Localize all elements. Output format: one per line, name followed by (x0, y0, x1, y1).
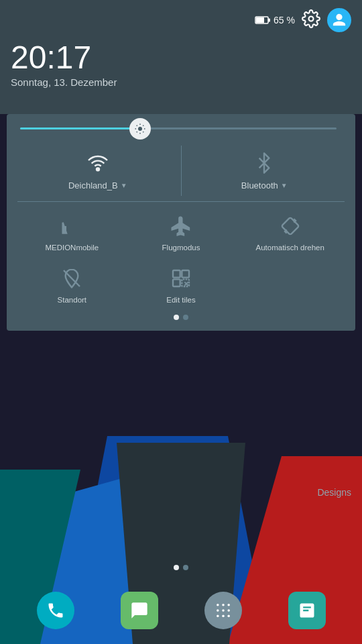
settings-icon[interactable] (302, 9, 320, 31)
empty-tile (235, 262, 345, 309)
svg-point-4 (138, 127, 142, 131)
rotate-icon (280, 215, 301, 239)
svg-rect-10 (182, 270, 189, 278)
horizontal-divider-1 (17, 201, 345, 202)
time-display: 20:17 (11, 42, 351, 74)
user-avatar[interactable] (327, 8, 351, 32)
svg-point-14 (222, 604, 225, 606)
svg-rect-11 (173, 279, 180, 286)
dock (0, 577, 362, 644)
flugmodus-tile[interactable]: Flugmodus (127, 210, 236, 257)
quick-settings-panel: Deichland_B ▼ Bluetooth ▼ (7, 114, 355, 331)
standort-tile[interactable]: Standort (17, 262, 127, 309)
wifi-chevron: ▼ (121, 182, 127, 189)
signal-icon (61, 215, 82, 239)
dock-messages[interactable] (121, 592, 158, 629)
bluetooth-label: Bluetooth (241, 180, 278, 191)
page-dots (17, 315, 345, 320)
small-tiles-row-1: MEDIONmobile Flugmodus Automatisch drehe… (17, 210, 345, 257)
brightness-control[interactable] (17, 127, 345, 129)
home-indicator (174, 565, 188, 570)
svg-point-21 (227, 614, 230, 617)
autodrehung-tile[interactable]: Automatisch drehen (235, 210, 345, 257)
dock-phone[interactable] (37, 592, 74, 629)
svg-rect-2 (256, 17, 264, 23)
edit-tiles-icon (170, 268, 192, 292)
location-off-icon (61, 268, 82, 292)
dot-1 (174, 315, 179, 320)
svg-point-19 (217, 614, 219, 617)
svg-rect-9 (173, 270, 180, 278)
tile-divider-v (181, 146, 182, 196)
top-tiles-row: Deichland_B ▼ Bluetooth ▼ (17, 146, 345, 196)
bluetooth-tile[interactable]: Bluetooth ▼ (184, 146, 345, 196)
dock-notes[interactable] (288, 592, 326, 629)
date-display: Sonntag, 13. Dezember (11, 76, 351, 88)
medionmobile-tile[interactable]: MEDIONmobile (17, 210, 127, 257)
home-dot-1 (174, 565, 179, 570)
bluetooth-icon (253, 152, 275, 176)
standort-label: Standort (58, 296, 86, 305)
battery-percent: 65 % (274, 15, 295, 25)
wifi-tile[interactable]: Deichland_B ▼ (17, 146, 178, 196)
bluetooth-chevron: ▼ (281, 182, 288, 189)
svg-point-16 (217, 609, 219, 612)
flugmodus-label: Flugmodus (162, 244, 200, 253)
dot-2 (183, 315, 188, 320)
small-tiles-row-2: Standort Edit tiles (17, 262, 345, 309)
status-bar: 65 % 20:17 Sonntag, 13. Dezember (0, 0, 362, 114)
brightness-track[interactable] (20, 127, 337, 129)
svg-rect-1 (268, 19, 270, 22)
wifi-label: Deichland_B (68, 180, 118, 191)
battery-indicator: 65 % (255, 15, 295, 25)
svg-point-18 (227, 609, 230, 612)
home-dot-2 (183, 565, 188, 570)
svg-point-5 (97, 168, 99, 170)
edittiles-tile[interactable]: Edit tiles (127, 262, 236, 309)
wifi-icon (87, 152, 109, 176)
autodrehung-label: Automatisch drehen (256, 244, 324, 253)
brightness-thumb[interactable] (129, 118, 151, 140)
medionmobile-label: MEDIONmobile (45, 244, 99, 253)
svg-point-17 (222, 609, 225, 612)
svg-point-20 (222, 614, 225, 617)
brightness-fill (20, 127, 140, 129)
dock-apps[interactable] (204, 592, 242, 629)
svg-point-3 (309, 17, 314, 21)
designs-label: Designs (317, 487, 351, 498)
airplane-icon (170, 215, 192, 239)
svg-point-15 (227, 604, 230, 606)
svg-rect-7 (281, 217, 298, 235)
edittiles-label: Edit tiles (166, 296, 195, 305)
svg-point-13 (217, 604, 219, 606)
